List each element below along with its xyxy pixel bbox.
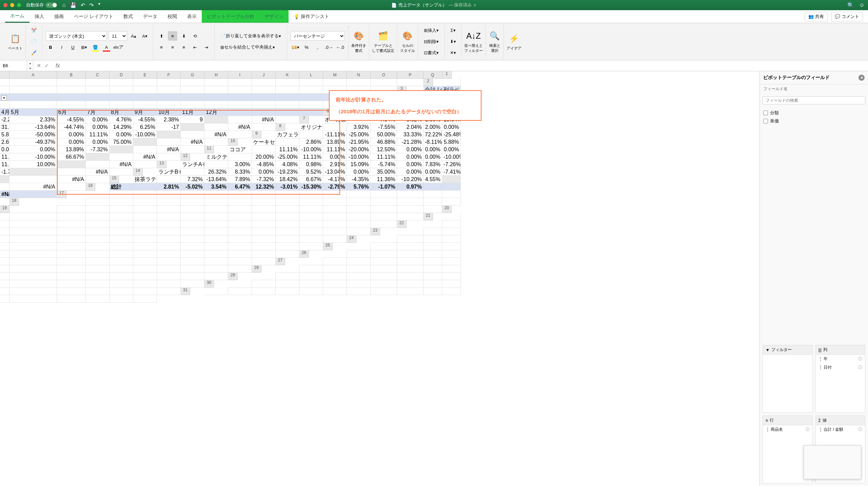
cell[interactable]: #N/A xyxy=(252,116,276,123)
cell[interactable]: -4.85% xyxy=(252,161,276,168)
minimize-window[interactable] xyxy=(10,3,14,7)
cell[interactable]: 0.00% xyxy=(86,123,110,131)
cell[interactable] xyxy=(204,198,228,206)
cell[interactable] xyxy=(276,94,299,101)
cell[interactable] xyxy=(86,250,110,258)
cell[interactable] xyxy=(371,191,397,198)
cell[interactable] xyxy=(204,220,228,228)
cell[interactable] xyxy=(110,258,133,265)
cell[interactable]: 14 xyxy=(133,168,143,176)
cell[interactable] xyxy=(252,235,276,243)
cell[interactable]: ココア xyxy=(228,146,252,153)
cell[interactable] xyxy=(371,273,397,280)
paste-icon[interactable]: 📋 xyxy=(9,33,21,45)
cell[interactable]: 0.00% xyxy=(397,168,423,176)
cell[interactable]: -7.26% xyxy=(442,161,461,168)
cell[interactable] xyxy=(252,273,276,280)
undo-icon[interactable]: ↶ xyxy=(81,2,85,8)
cell[interactable] xyxy=(204,206,228,213)
cell[interactable]: -7.32% xyxy=(252,176,276,183)
cell[interactable] xyxy=(133,250,157,258)
cell[interactable] xyxy=(157,198,181,206)
cell[interactable] xyxy=(397,206,423,213)
cell[interactable]: 11.11% xyxy=(371,153,397,161)
cell[interactable] xyxy=(228,228,252,235)
cell[interactable] xyxy=(110,168,133,176)
cell[interactable]: M xyxy=(323,71,347,79)
cell[interactable] xyxy=(423,280,442,288)
decrease-indent-icon[interactable]: ⇤ xyxy=(190,42,200,52)
cell[interactable]: I xyxy=(228,71,252,79)
cell[interactable]: 6月 xyxy=(57,109,86,116)
number-format-select[interactable]: パーセンテージ xyxy=(291,31,345,41)
cell[interactable] xyxy=(397,280,423,288)
cell[interactable]: 6.67% xyxy=(299,176,323,183)
cell[interactable] xyxy=(204,94,228,101)
cell[interactable] xyxy=(276,206,299,213)
filter-area[interactable]: ▼フィルター xyxy=(763,345,813,413)
cell[interactable] xyxy=(9,295,57,303)
cell[interactable] xyxy=(276,198,299,206)
cell[interactable] xyxy=(181,258,204,265)
cell[interactable] xyxy=(228,94,252,101)
cell[interactable] xyxy=(204,79,228,86)
cell-style-group[interactable]: 🎨 セルの スタイル xyxy=(397,25,418,58)
cell[interactable] xyxy=(0,198,9,206)
cell[interactable]: -3.01% xyxy=(276,183,299,191)
cell[interactable] xyxy=(86,220,110,228)
cell[interactable]: 0.00% xyxy=(323,153,347,161)
cell[interactable] xyxy=(86,243,110,250)
cell[interactable] xyxy=(252,146,276,153)
cell[interactable] xyxy=(228,198,252,206)
cell[interactable] xyxy=(323,206,347,213)
cell[interactable] xyxy=(9,280,57,288)
cell[interactable] xyxy=(228,213,252,220)
cell[interactable]: 5.76% xyxy=(347,183,371,191)
align-middle-icon[interactable]: ≡ xyxy=(168,31,177,41)
cell[interactable] xyxy=(0,295,9,303)
cell[interactable] xyxy=(228,235,252,243)
cell[interactable] xyxy=(110,94,133,101)
cell[interactable] xyxy=(57,161,86,168)
cell[interactable]: 0.00% xyxy=(86,138,110,146)
cell[interactable]: ケーキセット xyxy=(252,138,276,146)
cell[interactable] xyxy=(57,273,86,280)
cell[interactable]: 66.67% xyxy=(57,153,86,161)
cell[interactable] xyxy=(323,288,347,295)
cell[interactable] xyxy=(371,220,397,228)
cell[interactable] xyxy=(133,280,157,288)
cell[interactable] xyxy=(86,86,110,94)
cell[interactable] xyxy=(9,273,57,280)
cell[interactable] xyxy=(86,206,110,213)
cell[interactable]: 7.32% xyxy=(181,176,204,183)
cell[interactable]: -13.64% xyxy=(204,176,228,183)
comma-button[interactable]: , xyxy=(313,42,322,52)
cell[interactable] xyxy=(276,243,299,250)
cell[interactable] xyxy=(276,273,299,280)
area-item[interactable]: ⋮ 合計 / 金額 ⓘ xyxy=(816,425,865,434)
cell[interactable]: 31 xyxy=(181,288,190,295)
cell[interactable] xyxy=(9,79,57,86)
cell[interactable] xyxy=(442,265,461,273)
cell[interactable]: 17 xyxy=(57,191,66,198)
cell[interactable]: 3.00% xyxy=(228,161,252,168)
cell[interactable]: 11.11% xyxy=(323,146,347,153)
tab-draw[interactable]: 描画 xyxy=(49,10,69,23)
cell[interactable]: -25.00% xyxy=(276,153,299,161)
align-top-icon[interactable]: ⬆ xyxy=(157,31,166,41)
tab-formulas[interactable]: 数式 xyxy=(118,10,138,23)
cell[interactable] xyxy=(299,109,323,116)
cell[interactable] xyxy=(57,295,86,303)
cell[interactable] xyxy=(347,228,371,235)
cell[interactable] xyxy=(110,265,133,273)
cell[interactable] xyxy=(86,101,110,109)
cell[interactable]: 15.09% xyxy=(347,161,371,168)
cell[interactable] xyxy=(299,101,323,109)
cell[interactable] xyxy=(57,198,86,206)
cell[interactable]: 2.81% xyxy=(157,183,181,191)
cell[interactable]: K xyxy=(276,71,299,79)
cell[interactable] xyxy=(0,228,9,235)
cell[interactable] xyxy=(133,265,157,273)
cell[interactable] xyxy=(423,265,442,273)
cell[interactable] xyxy=(371,265,397,273)
